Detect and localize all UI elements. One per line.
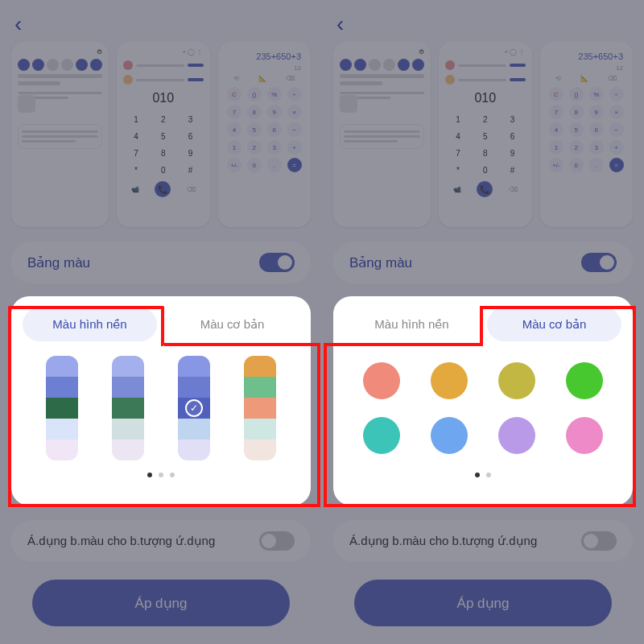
- tab-wallpaper-color[interactable]: Màu hình nền: [23, 308, 157, 341]
- tab-basic-color[interactable]: Màu cơ bản: [165, 308, 299, 341]
- color-circle[interactable]: [431, 417, 468, 454]
- palette-toggle-row: Bảng màu: [11, 242, 311, 283]
- palette-strip[interactable]: ✓: [178, 356, 210, 460]
- palette-label: Bảng màu: [27, 254, 90, 271]
- palette-strip[interactable]: [46, 356, 78, 460]
- color-circle[interactable]: [498, 362, 535, 399]
- preview-quicksettings: ⚙: [333, 42, 431, 227]
- apply-icons-toggle[interactable]: [581, 531, 617, 551]
- tab-basic-color[interactable]: Màu cơ bản: [487, 308, 621, 341]
- preview-dialer: + ◯ ⋮ 010 123 456 789 *0# 📹📞⌫: [117, 42, 210, 227]
- tab-wallpaper-color[interactable]: Màu hình nền: [345, 308, 479, 341]
- color-circle[interactable]: [363, 417, 400, 454]
- color-selector-panel: Màu hình nền Màu cơ bản ✓: [11, 296, 311, 506]
- back-button[interactable]: ‹: [14, 11, 22, 37]
- right-screenshot: ‹ ⚙ + ◯ ⋮ 010 123 456 789 *0#: [322, 0, 644, 644]
- back-button[interactable]: ‹: [336, 11, 344, 37]
- check-icon: ✓: [185, 399, 203, 417]
- palette-toggle-row: Bảng màu: [333, 242, 633, 283]
- apply-icons-label: Á.dụng b.màu cho b.tượng ứ.dụng: [27, 534, 215, 548]
- color-selector-panel: Màu hình nền Màu cơ bản: [333, 296, 633, 506]
- color-circle[interactable]: [566, 417, 603, 454]
- page-dots: [345, 473, 621, 477]
- palette-toggle[interactable]: [581, 253, 617, 272]
- keypad: 123 456 789 *0#: [123, 112, 204, 178]
- preview-dialer: + ◯ ⋮ 010 123 456 789 *0# 📹📞⌫: [439, 42, 532, 227]
- color-circle[interactable]: [363, 362, 400, 399]
- apply-icons-row: Á.dụng b.màu cho b.tượng ứ.dụng: [333, 520, 633, 562]
- apply-icons-row: Á.dụng b.màu cho b.tượng ứ.dụng: [11, 520, 311, 562]
- dialer-number: 010: [123, 91, 204, 105]
- apply-button[interactable]: Áp dụng: [354, 580, 612, 626]
- apply-button[interactable]: Áp dụng: [32, 580, 290, 626]
- basic-color-grid: [345, 356, 621, 460]
- apply-icons-toggle[interactable]: [259, 531, 295, 551]
- theme-previews: ⚙ + ◯ ⋮ 010 123 456 789 *0# 📹📞⌫: [333, 42, 633, 227]
- color-circle[interactable]: [431, 362, 468, 399]
- palette-strip[interactable]: [112, 356, 144, 460]
- preview-calculator: 235+650+3 12 ⟲📐⌫ C()%÷ 789× 456− 123+ +/…: [540, 42, 634, 227]
- color-circle[interactable]: [566, 362, 603, 399]
- color-circle[interactable]: [498, 417, 535, 454]
- call-icon: 📞: [155, 181, 171, 197]
- preview-calculator: 235+650+3 12 ⟲📐⌫ C()%÷ 789× 456− 123+ +/…: [218, 42, 312, 227]
- preview-quicksettings: ⚙: [11, 42, 109, 227]
- page-dots: [23, 473, 299, 477]
- wallpaper-palette-strips: ✓: [23, 356, 299, 460]
- palette-toggle[interactable]: [259, 253, 295, 272]
- left-screenshot: ‹ ⚙ + ◯ ⋮ 010 123 456 789: [0, 0, 322, 644]
- theme-previews: ⚙ + ◯ ⋮ 010 123 456 789 *0# 📹📞⌫: [11, 42, 311, 227]
- palette-strip[interactable]: [244, 356, 276, 460]
